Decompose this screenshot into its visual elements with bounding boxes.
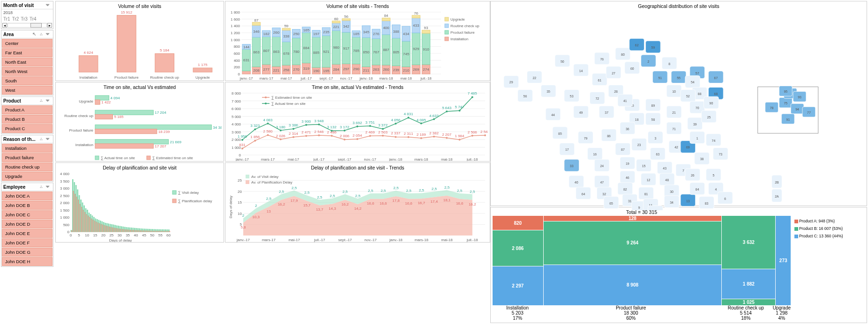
- svg-text:211: 211: [363, 68, 370, 73]
- treemap-col-label: Installation5 20317%: [493, 305, 542, 321]
- filter-item[interactable]: John DOE D: [2, 220, 52, 228]
- filter-item[interactable]: John DOE G: [2, 248, 52, 257]
- svg-text:2 506: 2 506: [468, 130, 478, 134]
- svg-text:86: 86: [607, 134, 611, 138]
- filter-area: Area↖⛬⏷ CenterFar EastNorth EastNorth We…: [1, 30, 53, 96]
- svg-text:7 485: 7 485: [468, 91, 478, 96]
- svg-rect-414: [146, 231, 147, 232]
- svg-text:mai-18: mai-18: [400, 76, 412, 81]
- svg-rect-340: [86, 214, 87, 232]
- clear-filter-icon[interactable]: ⏷: [45, 98, 51, 103]
- clear-filter-icon[interactable]: ⏷: [45, 136, 51, 142]
- filter-item[interactable]: Upgrade: [2, 172, 52, 181]
- filter-item[interactable]: Center: [2, 39, 52, 48]
- svg-text:54: 54: [691, 81, 695, 84]
- svg-text:210: 210: [403, 68, 410, 73]
- filter-item[interactable]: Routine check up: [2, 162, 52, 171]
- svg-text:Av. of Visit delay: Av. of Visit delay: [251, 175, 278, 179]
- slider-next[interactable]: ►: [47, 23, 52, 28]
- svg-text:2 314: 2 314: [289, 131, 299, 135]
- svg-text:87: 87: [621, 148, 625, 151]
- filter-item[interactable]: Installation: [2, 144, 52, 153]
- svg-rect-404: [138, 230, 139, 232]
- svg-text:13: 13: [686, 199, 690, 203]
- treemap-cell[interactable]: 128: [544, 216, 722, 221]
- multi-select-icon[interactable]: ⛬: [39, 98, 45, 103]
- svg-rect-3: [117, 15, 136, 72]
- svg-rect-354: [97, 223, 98, 232]
- treemap-cell[interactable]: 820: [493, 216, 543, 230]
- treemap-cell[interactable]: 8 908: [544, 265, 722, 305]
- filter-item[interactable]: John DOE F: [2, 238, 52, 247]
- filter-item[interactable]: West: [2, 86, 52, 95]
- svg-text:144: 144: [243, 45, 250, 49]
- filter-item[interactable]: Product C: [2, 124, 52, 133]
- slider-thumb[interactable]: [30, 23, 42, 28]
- filter-item[interactable]: Product failure: [2, 153, 52, 162]
- svg-rect-378: [117, 228, 118, 232]
- svg-text:910: 910: [423, 47, 429, 52]
- svg-rect-390: [127, 230, 128, 232]
- filter-item[interactable]: Product B: [2, 115, 52, 124]
- svg-text:3 372: 3 372: [378, 123, 388, 127]
- svg-text:85: 85: [558, 132, 562, 135]
- clear-filter-icon[interactable]: ⏷: [45, 31, 51, 37]
- filter-item[interactable]: John DOE E: [2, 229, 52, 238]
- svg-text:260: 260: [273, 30, 280, 35]
- multi-select-icon[interactable]: ⛬: [39, 31, 45, 37]
- treemap-cell[interactable]: 3 632: [722, 216, 775, 269]
- filter-item[interactable]: Product A: [2, 105, 52, 114]
- filter-item[interactable]: John DOE H: [2, 257, 52, 266]
- slider-prev[interactable]: ◄: [2, 23, 7, 28]
- svg-rect-198: [147, 156, 150, 160]
- svg-text:2 207: 2 207: [442, 132, 452, 136]
- multi-select-icon[interactable]: ⛬: [39, 136, 45, 142]
- svg-text:807: 807: [263, 49, 270, 53]
- svg-rect-348: [93, 220, 94, 232]
- svg-text:33: 33: [570, 164, 574, 168]
- svg-text:297: 297: [343, 67, 350, 71]
- treemap-cell[interactable]: 2 086: [493, 230, 543, 266]
- svg-text:21: 21: [672, 111, 676, 114]
- treemap-cell[interactable]: 1 025: [722, 299, 775, 305]
- svg-text:56: 56: [524, 95, 527, 98]
- filter-item[interactable]: Far East: [2, 48, 52, 57]
- svg-rect-384: [122, 229, 123, 232]
- svg-text:87: 87: [254, 18, 258, 22]
- svg-text:22: 22: [532, 76, 536, 80]
- svg-text:81: 81: [644, 192, 648, 196]
- svg-text:346: 346: [253, 29, 260, 34]
- svg-text:2 500: 2 500: [60, 194, 70, 198]
- filter-item[interactable]: John DOE A: [2, 191, 52, 200]
- filter-item[interactable]: John DOE C: [2, 210, 52, 219]
- svg-text:10: 10: [672, 90, 676, 93]
- multi-select-icon[interactable]: ⛬: [39, 184, 45, 190]
- month-slider[interactable]: ◄►: [1, 22, 53, 29]
- svg-rect-322: [72, 231, 73, 232]
- filter-item[interactable]: John DOE B: [2, 201, 52, 210]
- treemap-cell[interactable]: 2 297: [493, 266, 543, 305]
- svg-rect-362: [104, 225, 105, 232]
- clear-filter-icon[interactable]: ⏷: [45, 184, 51, 190]
- svg-text:Installation: Installation: [75, 143, 93, 147]
- treemap-cell[interactable]: 9 264: [544, 221, 722, 265]
- filter-icon[interactable]: ⏷: [45, 2, 51, 8]
- svg-text:90: 90: [710, 102, 713, 105]
- filter-item[interactable]: North East: [2, 58, 52, 66]
- treemap-cell[interactable]: 273: [776, 216, 791, 305]
- filter-item[interactable]: South: [2, 76, 52, 85]
- svg-text:16,6: 16,6: [380, 201, 387, 206]
- svg-text:30: 30: [670, 190, 673, 193]
- svg-rect-326: [75, 194, 76, 232]
- svg-text:29: 29: [509, 81, 513, 84]
- treemap-cell[interactable]: 1 882: [722, 269, 775, 298]
- svg-rect-332: [80, 204, 81, 232]
- svg-text:mars-17: mars-17: [261, 157, 275, 162]
- svg-rect-366: [107, 227, 108, 232]
- svg-text:71: 71: [672, 127, 676, 131]
- svg-rect-394: [130, 230, 131, 232]
- svg-rect-192: [95, 139, 168, 144]
- filter-item[interactable]: North West: [2, 67, 52, 76]
- svg-text:1 500: 1 500: [60, 208, 70, 213]
- svg-text:1 984: 1 984: [455, 134, 464, 138]
